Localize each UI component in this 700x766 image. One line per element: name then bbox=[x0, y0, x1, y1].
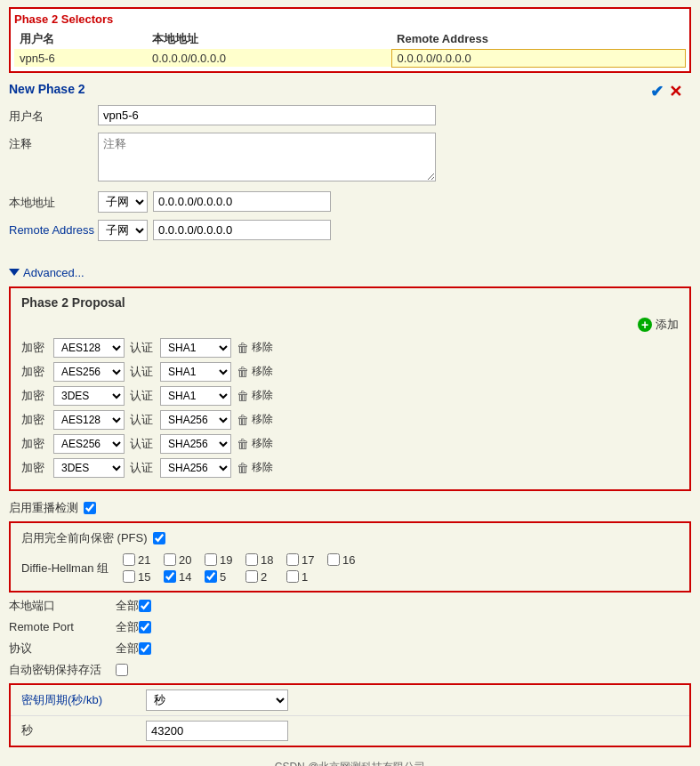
username-row: 用户名 bbox=[9, 105, 691, 125]
dh-item-20: 20 bbox=[164, 553, 197, 567]
settings-check-3[interactable] bbox=[116, 664, 128, 676]
enc-select-1[interactable]: AES128AES2563DESAES192 bbox=[53, 362, 125, 382]
local-ip-input[interactable] bbox=[153, 191, 331, 212]
dh-checkbox-2[interactable] bbox=[245, 570, 258, 583]
dh-checkbox-15[interactable] bbox=[123, 570, 135, 583]
remove-btn-1[interactable]: 🗑 移除 bbox=[237, 364, 273, 379]
remove-btn-2[interactable]: 🗑 移除 bbox=[237, 388, 273, 403]
enc-label-2: 加密 bbox=[21, 388, 48, 404]
auth-select-3[interactable]: SHA1SHA256MD5SHA512 bbox=[160, 410, 231, 430]
dh-checkbox-16[interactable] bbox=[327, 553, 340, 566]
enc-select-2[interactable]: AES128AES2563DESAES192 bbox=[53, 386, 125, 406]
pfs-title: 启用完全前向保密 (PFS) bbox=[21, 530, 148, 546]
dh-num-15: 15 bbox=[138, 570, 150, 584]
settings-check-0[interactable] bbox=[139, 600, 151, 612]
replay-checkbox[interactable] bbox=[84, 502, 96, 514]
auth-select-4[interactable]: SHA1SHA256MD5SHA512 bbox=[160, 434, 231, 454]
key-period-value-input[interactable] bbox=[146, 721, 288, 741]
dh-item-16: 16 bbox=[327, 553, 361, 567]
username-label: 用户名 bbox=[9, 105, 98, 125]
remote-ip-input[interactable] bbox=[153, 220, 331, 240]
add-proposal-button[interactable]: + 添加 bbox=[638, 317, 679, 333]
dh-checkbox-1[interactable] bbox=[286, 570, 299, 583]
table-cell: 0.0.0.0/0.0.0.0 bbox=[147, 49, 391, 67]
table-cell: vpn5-6 bbox=[14, 49, 147, 67]
settings-row-3: 自动密钥保持存活 bbox=[9, 662, 691, 678]
enc-select-0[interactable]: AES128AES2563DESAES192 bbox=[53, 338, 125, 358]
remove-btn-0[interactable]: 🗑 移除 bbox=[237, 340, 273, 355]
dh-num-1: 1 bbox=[302, 570, 308, 584]
username-control bbox=[98, 105, 691, 125]
remove-label-4: 移除 bbox=[252, 436, 273, 451]
remove-btn-3[interactable]: 🗑 移除 bbox=[237, 412, 273, 427]
remote-subnet-select[interactable]: 子网 bbox=[98, 220, 148, 241]
dh-checkbox-18[interactable] bbox=[245, 553, 258, 566]
settings-extra-0: 全部 bbox=[116, 598, 139, 614]
save-button[interactable]: ✔ bbox=[650, 82, 664, 101]
local-subnet-select[interactable]: 子网 bbox=[98, 191, 148, 213]
new-phase2-form: ✔ ✕ New Phase 2 用户名 注释 本地地址 子网 bbox=[9, 82, 691, 257]
settings-row-2: 协议 全部 bbox=[9, 641, 691, 657]
enc-label-4: 加密 bbox=[21, 436, 48, 452]
settings-label-2: 协议 bbox=[9, 641, 116, 657]
notes-textarea[interactable] bbox=[98, 133, 436, 181]
dh-item-21: 21 bbox=[123, 553, 157, 567]
pfs-title-row: 启用完全前向保密 (PFS) bbox=[21, 530, 679, 546]
dh-checkboxes: 212019181716 1514521 bbox=[123, 553, 361, 584]
proposal-rows-container: 加密 AES128AES2563DESAES192 认证 SHA1SHA256M… bbox=[21, 338, 679, 478]
dh-num-17: 17 bbox=[302, 553, 314, 567]
dh-checkbox-21[interactable] bbox=[123, 553, 135, 566]
local-addr-control: 子网 bbox=[98, 191, 691, 213]
trash-icon-5: 🗑 bbox=[237, 461, 249, 475]
dh-checkbox-19[interactable] bbox=[205, 553, 217, 566]
key-period-select[interactable]: 秒 kb bbox=[146, 689, 288, 711]
username-input[interactable] bbox=[98, 105, 436, 125]
col-local: 本地地址 bbox=[147, 29, 391, 49]
settings-label-1: Remote Port bbox=[9, 620, 116, 633]
dh-checkbox-17[interactable] bbox=[286, 553, 299, 566]
settings-check-2[interactable] bbox=[139, 642, 151, 655]
footer: CSDN @北京网测科技有限公司 bbox=[0, 754, 700, 767]
form-actions: ✔ ✕ bbox=[650, 82, 682, 101]
remove-btn-5[interactable]: 🗑 移除 bbox=[237, 460, 273, 475]
remove-btn-4[interactable]: 🗑 移除 bbox=[237, 436, 273, 451]
auth-select-0[interactable]: SHA1SHA256MD5SHA512 bbox=[160, 338, 231, 358]
remove-label-3: 移除 bbox=[252, 412, 273, 427]
enc-label-0: 加密 bbox=[21, 340, 48, 356]
enc-select-4[interactable]: AES128AES2563DESAES192 bbox=[53, 434, 125, 454]
enc-select-5[interactable]: AES128AES2563DESAES192 bbox=[53, 458, 125, 478]
dh-item-2: 2 bbox=[245, 570, 279, 584]
settings-check-1[interactable] bbox=[139, 621, 151, 633]
remove-label-2: 移除 bbox=[252, 388, 273, 403]
replay-row: 启用重播检测 bbox=[9, 500, 691, 516]
enc-label-1: 加密 bbox=[21, 364, 48, 380]
pfs-checkbox[interactable] bbox=[153, 532, 165, 544]
auth-label-0: 认证 bbox=[130, 340, 155, 356]
remote-addr-label: Remote Address bbox=[9, 220, 98, 237]
auth-select-5[interactable]: SHA1SHA256MD5SHA512 bbox=[160, 458, 231, 478]
local-addr-row: 本地地址 子网 bbox=[9, 191, 691, 213]
remote-addr-control: 子网 bbox=[98, 220, 691, 241]
key-period-title-label: 密钥周期(秒/kb) bbox=[21, 692, 146, 708]
notes-label: 注释 bbox=[9, 133, 98, 152]
selectors-table: 用户名 本地地址 Remote Address vpn5-60.0.0.0/0.… bbox=[14, 29, 686, 68]
dh-checkbox-14[interactable] bbox=[164, 570, 176, 583]
dh-num-19: 19 bbox=[220, 553, 232, 567]
dh-checkbox-5[interactable] bbox=[205, 570, 217, 583]
dh-checkbox-20[interactable] bbox=[164, 553, 176, 566]
add-label: 添加 bbox=[656, 317, 679, 333]
proposal-row: 加密 AES128AES2563DESAES192 认证 SHA1SHA256M… bbox=[21, 362, 679, 382]
auth-select-2[interactable]: SHA1SHA256MD5SHA512 bbox=[160, 386, 231, 406]
settings-label-3: 自动密钥保持存活 bbox=[9, 662, 116, 678]
advanced-label: Advanced... bbox=[23, 266, 84, 279]
advanced-toggle[interactable]: Advanced... bbox=[9, 266, 691, 279]
col-remote: Remote Address bbox=[391, 29, 685, 49]
dh-label: Diffie-Hellman 组 bbox=[21, 560, 119, 577]
table-row[interactable]: vpn5-60.0.0.0/0.0.0.00.0.0.0/0.0.0.0 bbox=[14, 49, 686, 67]
enc-select-3[interactable]: AES128AES2563DESAES192 bbox=[53, 410, 125, 430]
cancel-button[interactable]: ✕ bbox=[669, 82, 682, 101]
auth-label-4: 认证 bbox=[130, 436, 155, 452]
auth-select-1[interactable]: SHA1SHA256MD5SHA512 bbox=[160, 362, 231, 382]
auth-label-2: 认证 bbox=[130, 388, 155, 404]
selectors-section: Phase 2 Selectors 用户名 本地地址 Remote Addres… bbox=[9, 7, 691, 73]
